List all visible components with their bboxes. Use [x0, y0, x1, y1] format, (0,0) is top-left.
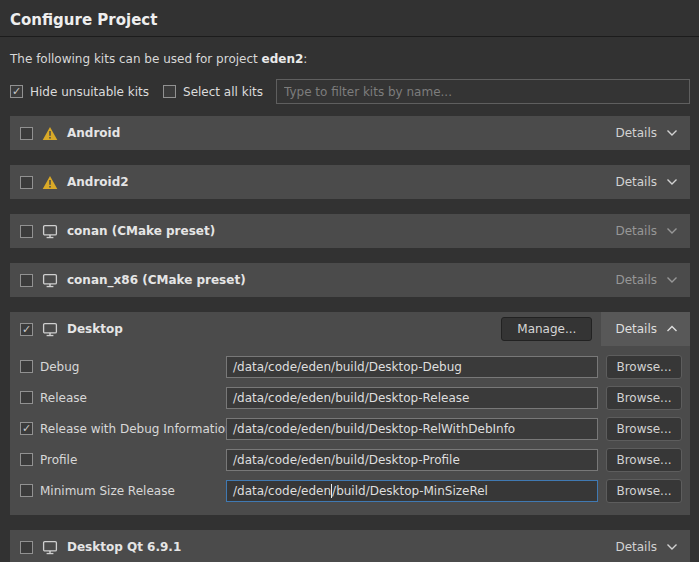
kit-row-desktop: Desktop Manage... Details Debug /data/co… [10, 312, 690, 515]
kit-checkbox[interactable] [20, 127, 33, 140]
build-config-checkbox[interactable] [20, 360, 33, 373]
desktop-icon [42, 273, 58, 288]
details-toggle[interactable]: Details [601, 530, 690, 562]
build-config-checkbox[interactable] [20, 484, 33, 497]
kit-name: conan (CMake preset) [67, 224, 215, 238]
build-config-relwithdebinfo: Release with Debug Information /data/cod… [20, 413, 682, 444]
page-title: Configure Project [10, 11, 689, 29]
kit-row-android2: Android2 Details [10, 165, 690, 199]
build-config-minsizerel: Minimum Size Release /data/code/eden/bui… [20, 475, 682, 506]
chevron-up-icon [666, 325, 678, 333]
browse-button[interactable]: Browse... [606, 417, 682, 441]
details-toggle[interactable]: Details [601, 165, 690, 199]
kit-row-android: Android Details [10, 116, 690, 150]
build-dir-input[interactable]: /data/code/eden/build/Desktop-Profile [226, 449, 598, 471]
details-toggle[interactable]: Details [601, 263, 690, 297]
build-config-label: Release [40, 391, 226, 405]
select-all-kits-checkbox[interactable] [163, 85, 176, 98]
browse-button[interactable]: Browse... [606, 355, 682, 379]
select-all-kits-label[interactable]: Select all kits [183, 85, 263, 99]
intro-text: The following kits can be used for proje… [10, 52, 689, 66]
kit-list: Android Details Android2 Details [10, 116, 690, 562]
desktop-icon [42, 224, 58, 239]
desktop-icon [42, 540, 58, 555]
chevron-down-icon [666, 276, 678, 284]
chevron-down-icon [666, 178, 678, 186]
desktop-build-configs: Debug /data/code/eden/build/Desktop-Debu… [10, 346, 690, 515]
build-dir-input-focused[interactable]: /data/code/eden/build/Desktop-MinSizeRel [226, 480, 598, 502]
kit-header[interactable]: Desktop Qt 6.9.1 Details [10, 530, 690, 562]
title-separator [0, 36, 699, 37]
build-config-label: Debug [40, 360, 226, 374]
hide-unsuitable-kits-option[interactable]: Hide unsuitable kits [10, 85, 149, 99]
browse-button[interactable]: Browse... [606, 479, 682, 503]
kit-checkbox[interactable] [20, 541, 33, 554]
desktop-icon [42, 322, 58, 337]
kit-row-desktop-qt: Desktop Qt 6.9.1 Details [10, 530, 690, 562]
build-config-profile: Profile /data/code/eden/build/Desktop-Pr… [20, 444, 682, 475]
manage-button[interactable]: Manage... [501, 317, 592, 341]
details-toggle[interactable]: Details [601, 214, 690, 248]
kit-checkbox[interactable] [20, 176, 33, 189]
kit-name: Desktop [67, 322, 123, 336]
kit-filter-input[interactable] [276, 79, 690, 104]
kit-header[interactable]: Desktop Manage... Details [10, 312, 690, 346]
chevron-down-icon [666, 227, 678, 235]
warning-icon [42, 175, 58, 190]
kit-header[interactable]: Android Details [10, 116, 690, 150]
kit-checkbox[interactable] [20, 274, 33, 287]
kit-name: Android2 [67, 175, 129, 189]
kit-header[interactable]: conan_x86 (CMake preset) Details [10, 263, 690, 297]
build-config-label: Minimum Size Release [40, 484, 226, 498]
kit-name: Android [67, 126, 120, 140]
chevron-down-icon [666, 129, 678, 137]
kit-row-conan: conan (CMake preset) Details [10, 214, 690, 248]
build-dir-input[interactable]: /data/code/eden/build/Desktop-Release [226, 387, 598, 409]
build-config-label: Profile [40, 453, 226, 467]
browse-button[interactable]: Browse... [606, 386, 682, 410]
intro-suffix: : [303, 52, 307, 66]
project-name: eden2 [262, 52, 304, 66]
build-config-checkbox[interactable] [20, 391, 33, 404]
select-all-kits-option[interactable]: Select all kits [163, 85, 263, 99]
kit-controls: Hide unsuitable kits Select all kits [10, 79, 690, 104]
kit-row-conan-x86: conan_x86 (CMake preset) Details [10, 263, 690, 297]
build-config-debug: Debug /data/code/eden/build/Desktop-Debu… [20, 351, 682, 382]
details-toggle[interactable]: Details [601, 312, 690, 346]
kit-checkbox[interactable] [20, 323, 33, 336]
build-config-checkbox[interactable] [20, 453, 33, 466]
intro-prefix: The following kits can be used for proje… [10, 52, 262, 66]
build-config-label: Release with Debug Information [40, 422, 226, 436]
browse-button[interactable]: Browse... [606, 448, 682, 472]
kit-checkbox[interactable] [20, 225, 33, 238]
hide-unsuitable-kits-checkbox[interactable] [10, 85, 23, 98]
details-toggle[interactable]: Details [601, 116, 690, 150]
build-dir-input[interactable]: /data/code/eden/build/Desktop-Debug [226, 356, 598, 378]
build-config-release: Release /data/code/eden/build/Desktop-Re… [20, 382, 682, 413]
hide-unsuitable-kits-label[interactable]: Hide unsuitable kits [30, 85, 149, 99]
build-dir-input[interactable]: /data/code/eden/build/Desktop-RelWithDeb… [226, 418, 598, 440]
kit-header[interactable]: conan (CMake preset) Details [10, 214, 690, 248]
kit-header[interactable]: Android2 Details [10, 165, 690, 199]
chevron-down-icon [666, 543, 678, 551]
warning-icon [42, 126, 58, 141]
kit-name: conan_x86 (CMake preset) [67, 273, 246, 287]
kit-name: Desktop Qt 6.9.1 [67, 540, 181, 554]
build-config-checkbox[interactable] [20, 422, 33, 435]
